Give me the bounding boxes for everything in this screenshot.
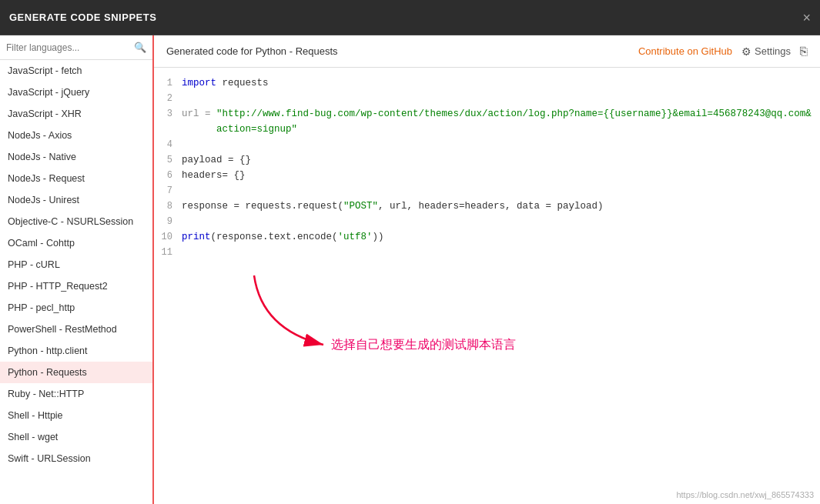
code-line: action=signup": [154, 122, 820, 137]
search-icon: 🔍: [134, 42, 146, 53]
lang-item-ruby-nethttp[interactable]: Ruby - Net::HTTP: [0, 383, 152, 405]
line-number: 2: [154, 91, 182, 106]
line-number: 8: [154, 199, 182, 214]
line-code: url = "http://www.find-bug.com/wp-conten…: [182, 106, 812, 122]
lang-item-js-xhr[interactable]: JavaScript - XHR: [0, 103, 152, 125]
lang-item-php-httprequest2[interactable]: PHP - HTTP_Request2: [0, 275, 152, 297]
content-header: Generated code for Python - Requests Con…: [154, 35, 820, 68]
code-area: 1import requests23url = "http://www.find…: [154, 68, 820, 504]
contribute-link[interactable]: Contribute on GitHub: [638, 45, 732, 57]
main-layout: 🔍 JavaScript - fetchJavaScript - jQueryJ…: [0, 35, 820, 504]
language-list: JavaScript - fetchJavaScript - jQueryJav…: [0, 60, 152, 504]
line-number: 6: [154, 168, 182, 183]
close-icon[interactable]: ×: [802, 11, 811, 25]
code-line: 8response = requests.request("POST", url…: [154, 199, 820, 214]
sidebar: 🔍 JavaScript - fetchJavaScript - jQueryJ…: [0, 35, 154, 504]
settings-button[interactable]: ⚙ Settings: [741, 45, 791, 58]
line-number: 3: [154, 106, 182, 122]
lang-item-shell-wget[interactable]: Shell - wget: [0, 426, 152, 448]
code-line: 4: [154, 137, 820, 152]
lang-item-js-jquery[interactable]: JavaScript - jQuery: [0, 82, 152, 103]
lang-item-shell-httpie[interactable]: Shell - Httpie: [0, 405, 152, 426]
lang-item-swift-urlsession[interactable]: Swift - URLSession: [0, 448, 152, 469]
line-code: print(response.text.encode('utf8')): [182, 229, 384, 245]
code-line: 6headers= {}: [154, 168, 820, 183]
line-code: response = requests.request("POST", url,…: [182, 199, 604, 214]
code-line: 7: [154, 183, 820, 199]
copy-icon[interactable]: ⎘: [800, 45, 808, 58]
line-code: payload = {}: [182, 152, 251, 168]
code-line: 11: [154, 245, 820, 260]
line-number: 9: [154, 214, 182, 229]
line-number: 7: [154, 183, 182, 199]
lang-item-ocaml-cohttp[interactable]: OCaml - Cohttp: [0, 232, 152, 254]
line-number: 5: [154, 152, 182, 168]
line-number: 4: [154, 137, 182, 152]
header-actions: Contribute on GitHub ⚙ Settings ⎘: [638, 45, 808, 58]
code-line: 9: [154, 214, 820, 229]
code-line: 5payload = {}: [154, 152, 820, 168]
line-number: 10: [154, 229, 182, 245]
line-number: 11: [154, 245, 182, 260]
lang-item-objc-nsurlsession[interactable]: Objective-C - NSURLSession: [0, 211, 152, 232]
filter-bar: 🔍: [0, 35, 152, 60]
lang-item-nodejs-axios[interactable]: NodeJs - Axios: [0, 125, 152, 146]
gear-icon: ⚙: [741, 45, 751, 58]
lang-item-php-pecl[interactable]: PHP - pecl_http: [0, 297, 152, 319]
titlebar-title: GENERATE CODE SNIPPETS: [9, 12, 156, 23]
lang-item-nodejs-native[interactable]: NodeJs - Native: [0, 146, 152, 168]
lang-item-powershell-restmethod[interactable]: PowerShell - RestMethod: [0, 319, 152, 340]
line-code: action=signup": [182, 122, 297, 137]
code-line: 3url = "http://www.find-bug.com/wp-conte…: [154, 106, 820, 122]
line-number: 1: [154, 75, 182, 91]
lang-item-python-httpclient[interactable]: Python - http.client: [0, 340, 152, 362]
code-line: 10print(response.text.encode('utf8')): [154, 229, 820, 245]
lang-item-nodejs-unirest[interactable]: NodeJs - Unirest: [0, 189, 152, 211]
content-panel: Generated code for Python - Requests Con…: [154, 35, 820, 504]
lang-item-nodejs-request[interactable]: NodeJs - Request: [0, 168, 152, 189]
generated-code-title: Generated code for Python - Requests: [166, 45, 338, 57]
lang-item-js-fetch[interactable]: JavaScript - fetch: [0, 60, 152, 82]
titlebar: GENERATE CODE SNIPPETS ×: [0, 0, 820, 35]
code-line: 2: [154, 91, 820, 106]
settings-label: Settings: [755, 45, 791, 57]
annotation-text: 选择自己想要生成的测试脚本语言: [331, 337, 516, 353]
line-code: headers= {}: [182, 168, 246, 183]
filter-input[interactable]: [6, 42, 134, 53]
code-line: 1import requests: [154, 75, 820, 91]
lang-item-python-requests[interactable]: Python - Requests: [0, 362, 152, 383]
line-code: import requests: [182, 75, 269, 91]
lang-item-php-curl[interactable]: PHP - cURL: [0, 254, 152, 275]
